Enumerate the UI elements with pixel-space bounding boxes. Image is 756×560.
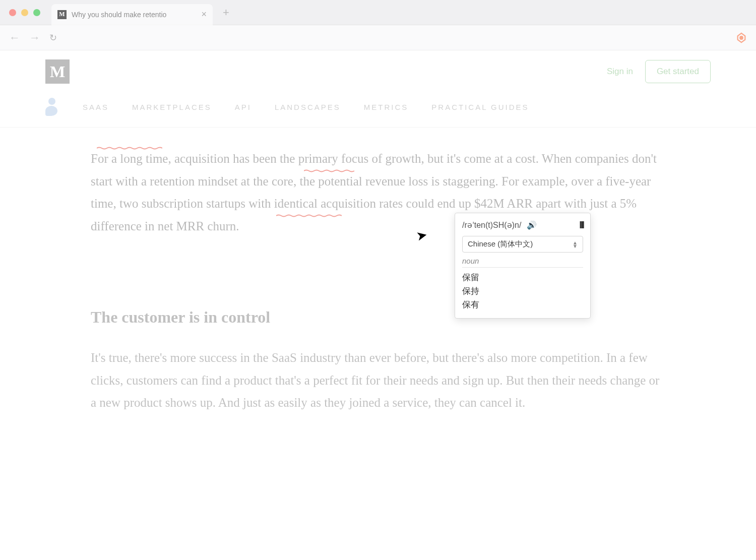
translation-item: 保留 (462, 271, 583, 284)
translation-item: 保有 (462, 298, 583, 312)
back-button[interactable]: ← (9, 31, 20, 44)
publication-nav: SAAS MARKETPLACES API LANDSCAPES METRICS… (0, 93, 756, 128)
popup-header: /rəˈten(t)SH(ə)n/ 🔊 III (462, 219, 583, 231)
nav-metrics[interactable]: METRICS (364, 103, 409, 111)
window-close[interactable] (9, 9, 16, 16)
nav-landscapes[interactable]: LANDSCAPES (275, 103, 341, 111)
nav-api[interactable]: API (235, 103, 251, 111)
medium-logo[interactable]: M (45, 59, 70, 84)
header-actions: Sign in Get started (607, 60, 711, 83)
new-tab-button[interactable]: + (223, 6, 229, 19)
browser-toolbar: ← → ↻ (0, 25, 756, 50)
traffic-lights (9, 9, 40, 16)
translation-list: 保留 保持 保有 (462, 271, 583, 312)
browser-tab-bar: M Why you should make retentio × + (0, 0, 756, 25)
browser-tab[interactable]: M Why you should make retentio × (51, 4, 213, 25)
highlight-underline (304, 165, 356, 168)
window-minimize[interactable] (21, 9, 28, 16)
tab-favicon-icon: M (57, 10, 67, 19)
highlight-underline (276, 210, 342, 213)
nav-practical-guides[interactable]: PRACTICAL GUIDES (431, 103, 529, 111)
svg-point-1 (740, 36, 743, 39)
columns-icon[interactable]: III (579, 219, 583, 231)
phonetic-row: /rəˈten(t)SH(ə)n/ 🔊 (462, 220, 537, 230)
part-of-speech: noun (462, 257, 583, 268)
window-maximize[interactable] (33, 9, 40, 16)
tab-title: Why you should make retentio (72, 11, 196, 19)
get-started-button[interactable]: Get started (645, 60, 711, 83)
extension-icon[interactable] (736, 32, 747, 43)
forward-button[interactable]: → (29, 31, 40, 44)
language-selected-label: Chinese (简体中文) (468, 239, 533, 249)
translation-item: 保持 (462, 284, 583, 298)
page-content: M Sign in Get started SAAS MARKETPLACES … (0, 50, 756, 560)
highlight-underline (97, 143, 162, 146)
nav-marketplaces[interactable]: MARKETPLACES (132, 103, 212, 111)
article-paragraph: It's true, there's more success in the S… (91, 347, 665, 414)
publication-logo-icon[interactable] (45, 98, 59, 116)
phonetic-text: /rəˈten(t)SH(ə)n/ (462, 221, 521, 229)
reload-button[interactable]: ↻ (49, 32, 57, 43)
article-body: For a long time, acquisition has been th… (0, 128, 756, 434)
language-select[interactable]: Chinese (简体中文) ▲▼ (462, 236, 583, 253)
tab-close-icon[interactable]: × (201, 9, 207, 20)
site-header: M Sign in Get started (0, 50, 756, 93)
sign-in-link[interactable]: Sign in (607, 67, 633, 77)
speaker-icon[interactable]: 🔊 (527, 221, 537, 229)
nav-saas[interactable]: SAAS (83, 103, 109, 111)
select-arrows-icon: ▲▼ (573, 241, 578, 248)
translation-popup: /rəˈten(t)SH(ə)n/ 🔊 III Chinese (简体中文) ▲… (455, 213, 591, 319)
